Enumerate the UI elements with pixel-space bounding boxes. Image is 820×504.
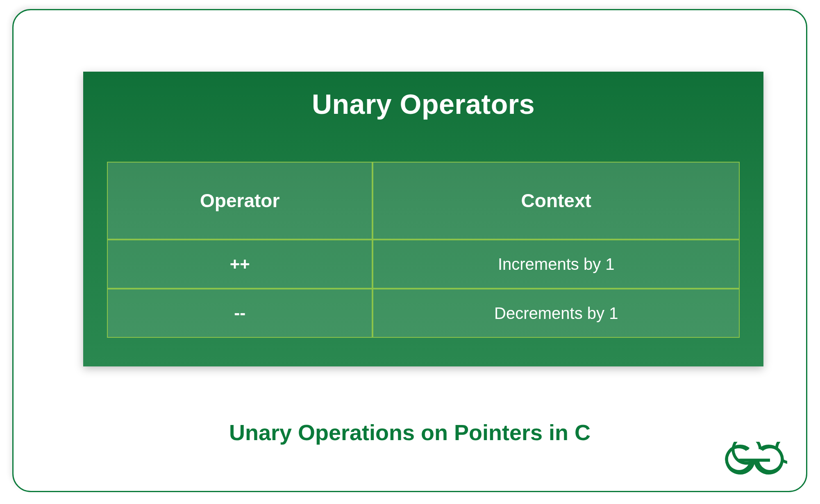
table-header-operator: Operator xyxy=(107,162,373,240)
outer-frame: Unary Operators Operator Context ++ Incr… xyxy=(12,9,807,492)
caption: Unary Operations on Pointers in C xyxy=(14,420,806,445)
table-row: -- Decrements by 1 xyxy=(107,289,740,338)
table-row: ++ Increments by 1 xyxy=(107,240,740,289)
panel-title: Unary Operators xyxy=(83,72,763,120)
geeksforgeeks-logo-icon xyxy=(722,442,787,479)
context-cell: Decrements by 1 xyxy=(373,289,740,338)
operator-cell: ++ xyxy=(107,240,373,289)
table-header-row: Operator Context xyxy=(107,162,740,240)
context-cell: Increments by 1 xyxy=(373,240,740,289)
operator-table: Operator Context ++ Increments by 1 -- D… xyxy=(107,162,740,338)
table-header-context: Context xyxy=(373,162,740,240)
content-panel: Unary Operators Operator Context ++ Incr… xyxy=(83,72,763,366)
operator-cell: -- xyxy=(107,289,373,338)
